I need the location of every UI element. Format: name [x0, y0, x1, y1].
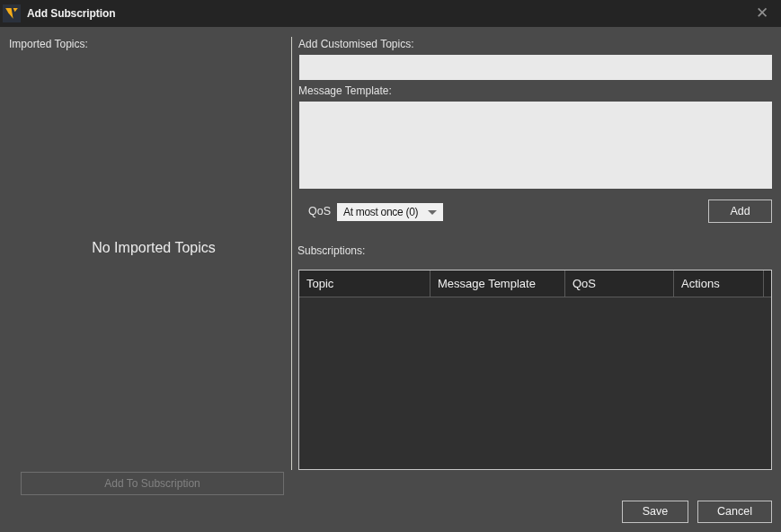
subscriptions-table: Topic Message Template QoS Actions — [298, 270, 772, 470]
add-subscription-dialog: Add Subscription ✕ Imported Topics: No I… — [0, 0, 781, 532]
imported-topics-list: No Imported Topics — [13, 27, 295, 468]
message-template-label: Message Template: — [298, 84, 392, 97]
subscriptions-label: Subscriptions: — [297, 244, 365, 257]
subscriptions-table-header: Topic Message Template QoS Actions — [299, 270, 771, 297]
message-template-textarea[interactable] — [299, 102, 772, 189]
column-header-actions[interactable]: Actions — [674, 270, 764, 297]
subscriptions-table-body — [299, 297, 771, 470]
column-header-message-template[interactable]: Message Template — [430, 270, 565, 297]
customised-topic-input[interactable] — [299, 55, 772, 80]
add-to-subscription-button[interactable]: Add To Subscription — [21, 472, 284, 495]
save-button[interactable]: Save — [622, 501, 688, 523]
chevron-down-icon — [428, 210, 437, 215]
close-icon[interactable]: ✕ — [752, 0, 772, 27]
empty-list-message: No Imported Topics — [92, 240, 216, 256]
panel-divider — [291, 37, 292, 470]
column-header-filler — [764, 270, 771, 297]
column-header-topic[interactable]: Topic — [299, 270, 430, 297]
add-button[interactable]: Add — [708, 200, 772, 223]
titlebar: Add Subscription ✕ — [0, 0, 781, 27]
qos-label: QoS — [308, 205, 331, 217]
qos-selected-value: At most once (0) — [343, 206, 418, 218]
qos-select[interactable]: At most once (0) — [337, 203, 443, 221]
column-header-qos[interactable]: QoS — [565, 270, 674, 297]
app-logo-icon — [3, 4, 21, 22]
customised-topics-label: Add Customised Topics: — [298, 38, 414, 50]
cancel-button[interactable]: Cancel — [697, 501, 772, 523]
window-title: Add Subscription — [27, 0, 115, 27]
